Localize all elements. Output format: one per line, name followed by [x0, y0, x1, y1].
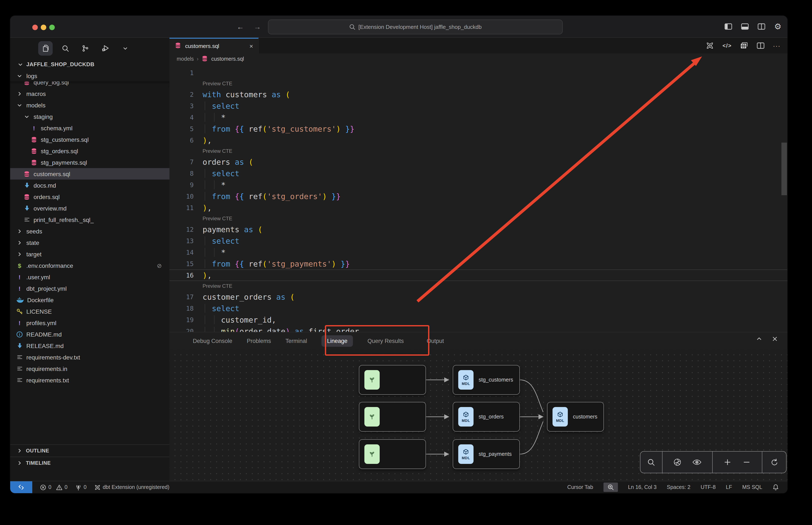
- close-icon[interactable]: [772, 336, 778, 342]
- tree-item-schema-yml[interactable]: !schema.yml: [10, 122, 169, 134]
- traffic-zoom-button[interactable]: [49, 25, 55, 30]
- lineage-node-raw_orders[interactable]: raw_orders: [359, 402, 426, 432]
- editor-scrollbar[interactable]: [781, 142, 787, 195]
- tree-item-requirements-dev-txt[interactable]: requirements-dev.txt: [10, 351, 169, 363]
- codelens-preview-cte[interactable]: Preview CTE: [169, 281, 787, 291]
- source-control-icon[interactable]: [78, 41, 92, 55]
- tree-item-orders-sql[interactable]: orders.sql: [10, 191, 169, 202]
- status-cursor-position[interactable]: Ln 16, Col 3: [628, 484, 656, 490]
- tree-item-stg-customers-sql[interactable]: stg_customers.sql: [10, 134, 169, 145]
- split-editor-icon[interactable]: [757, 42, 765, 49]
- breadcrumb-file[interactable]: customers.sql: [211, 56, 244, 62]
- ports-status[interactable]: 0: [75, 484, 87, 491]
- dbt-icon[interactable]: [706, 42, 714, 50]
- explorer-icon[interactable]: [38, 41, 53, 55]
- tree-item-stg-orders-sql[interactable]: stg_orders.sql: [10, 145, 169, 156]
- tree-item-overview-md[interactable]: overview.md: [10, 202, 169, 214]
- sidebar-section-timeline[interactable]: TIMELINE: [10, 457, 169, 469]
- panel-tab-terminal[interactable]: Terminal: [285, 338, 307, 344]
- lineage-node-raw_payments[interactable]: raw_payments: [359, 439, 426, 469]
- tree-item-requirements-txt[interactable]: requirements.txt: [10, 374, 169, 386]
- tab-close-icon[interactable]: ×: [249, 42, 253, 50]
- bell-icon[interactable]: [772, 484, 779, 491]
- tree-item-readme-md[interactable]: README.md: [10, 329, 169, 340]
- layout-panel-icon[interactable]: [741, 23, 749, 30]
- zoom-out-icon[interactable]: [743, 459, 751, 466]
- run-debug-icon[interactable]: [98, 41, 113, 55]
- arrow-down-icon: [23, 182, 30, 189]
- traffic-minimize-button[interactable]: [41, 25, 46, 30]
- zoom-in-status-icon[interactable]: [603, 483, 618, 492]
- database-icon: [23, 193, 30, 200]
- tree-item--env-conformance[interactable]: $.env.conformance⊘: [10, 260, 169, 271]
- inline-code-icon[interactable]: </>: [722, 42, 732, 49]
- status-cursor-tab[interactable]: Cursor Tab: [567, 484, 593, 490]
- tree-item-macros[interactable]: macros: [10, 88, 169, 99]
- lineage-node-stg_customers[interactable]: MDLstg_customers: [453, 365, 520, 395]
- layout-sidebar-icon[interactable]: [724, 23, 732, 30]
- tree-item-customers-sql[interactable]: customers.sql: [10, 168, 169, 180]
- tab-customers-sql[interactable]: customers.sql ×: [169, 38, 259, 54]
- traffic-close-button[interactable]: [32, 25, 38, 30]
- tree-item--user-yml[interactable]: !.user.yml: [10, 271, 169, 283]
- tree-item-query-log-sql[interactable]: query_log.sql: [10, 81, 169, 88]
- lineage-node-raw_customers[interactable]: raw_customers: [359, 365, 426, 395]
- status-encoding[interactable]: UTF-8: [700, 484, 715, 490]
- status-language-mode[interactable]: MS SQL: [742, 484, 763, 490]
- tree-item-target[interactable]: target: [10, 248, 169, 260]
- eye-icon[interactable]: [692, 459, 702, 466]
- tree-item-requirements-in[interactable]: requirements.in: [10, 363, 169, 374]
- tree-item-logs[interactable]: logs: [10, 70, 169, 81]
- chevron-down-icon: [17, 61, 24, 67]
- tree-item-staging[interactable]: staging: [10, 111, 169, 122]
- search-icon[interactable]: [58, 41, 73, 55]
- docker-icon: [16, 297, 24, 303]
- tree-item-profiles-yml[interactable]: !profiles.yml: [10, 317, 169, 329]
- layout-split-icon[interactable]: [758, 23, 765, 30]
- breadcrumb-folder[interactable]: models: [177, 56, 194, 62]
- tree-item-models[interactable]: models: [10, 99, 169, 111]
- lineage-node-stg_payments[interactable]: MDLstg_payments: [453, 439, 520, 469]
- problems-status[interactable]: 0 0: [40, 484, 68, 491]
- panel-tab-problems[interactable]: Problems: [247, 338, 271, 344]
- codelens-preview-cte[interactable]: Preview CTE: [169, 146, 787, 156]
- command-center-search[interactable]: [Extension Development Host] jaffle_shop…: [268, 19, 563, 34]
- explorer-root-label: JAFFLE_SHOP_DUCKDB: [26, 61, 94, 68]
- search-icon[interactable]: [647, 458, 655, 466]
- lineage-node-stg_orders[interactable]: MDLstg_orders: [453, 402, 520, 432]
- tree-item-release-md[interactable]: RELEASE.md: [10, 340, 169, 351]
- aperture-icon[interactable]: [673, 458, 681, 466]
- tree-item-docs-md[interactable]: docs.md: [10, 180, 169, 191]
- nav-back-icon[interactable]: ←: [236, 23, 245, 31]
- sidebar-section-outline[interactable]: OUTLINE: [10, 444, 169, 457]
- refresh-icon[interactable]: [770, 458, 778, 466]
- tree-item-dbt-project-yml[interactable]: !dbt_project.yml: [10, 283, 169, 294]
- status-eol[interactable]: LF: [726, 484, 732, 490]
- settings-gear-icon[interactable]: ⚙: [774, 21, 781, 31]
- zoom-in-icon[interactable]: [724, 459, 732, 466]
- tree-item-seeds[interactable]: seeds: [10, 225, 169, 237]
- dbt-extension-status[interactable]: dbt Extension (unregistered): [94, 484, 169, 491]
- tree-item-state[interactable]: state: [10, 237, 169, 248]
- tree-item-stg-payments-sql[interactable]: stg_payments.sql: [10, 156, 169, 168]
- more-actions-icon[interactable]: ···: [773, 42, 781, 49]
- remote-window-icon[interactable]: [10, 481, 32, 493]
- breadcrumb[interactable]: models › customers.sql: [169, 54, 787, 64]
- more-views-chevron-icon[interactable]: [118, 41, 133, 55]
- tree-item-license[interactable]: LICENSE: [10, 305, 169, 317]
- lineage-node-label: stg_orders: [478, 414, 504, 420]
- codelens-preview-cte[interactable]: Preview CTE: [169, 78, 787, 89]
- tree-item-label: requirements.txt: [26, 377, 69, 384]
- nav-forward-icon[interactable]: →: [253, 23, 262, 31]
- tree-item-dockerfile[interactable]: Dockerfile: [10, 294, 169, 305]
- title-bar: ← → [Extension Development Host] jaffle_…: [10, 16, 787, 38]
- chevron-up-icon[interactable]: [756, 336, 762, 342]
- codelens-preview-cte[interactable]: Preview CTE: [169, 213, 787, 224]
- tree-item-print-full-refresh-sql-[interactable]: print_full_refresh._sql_: [10, 214, 169, 225]
- lineage-node-customers[interactable]: MDLcustomers: [547, 402, 604, 432]
- status-indentation[interactable]: Spaces: 2: [667, 484, 690, 490]
- query-results-icon[interactable]: [740, 42, 748, 49]
- panel-tab-debug-console[interactable]: Debug Console: [193, 338, 232, 344]
- lineage-graph[interactable]: raw_customersraw_ordersraw_paymentsMDLst…: [169, 349, 787, 481]
- explorer-root-header[interactable]: JAFFLE_SHOP_DUCKDB: [10, 59, 169, 70]
